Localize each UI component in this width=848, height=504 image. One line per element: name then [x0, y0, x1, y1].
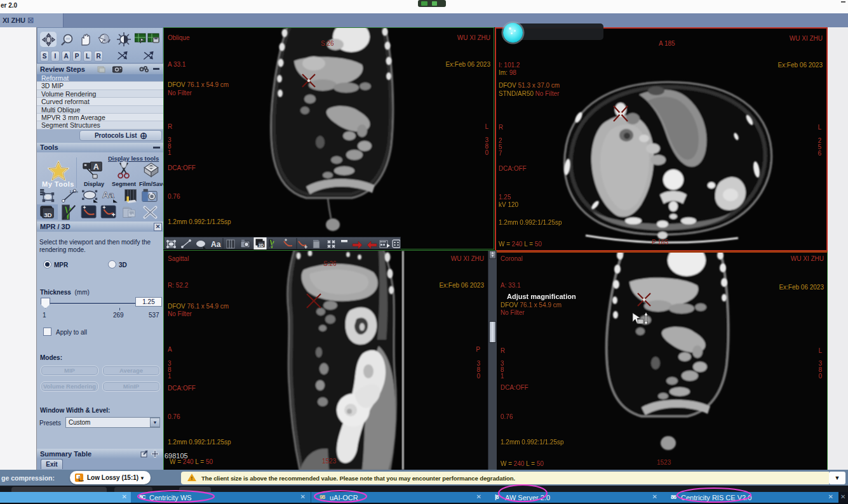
svg-text:3D: 3D: [259, 243, 264, 248]
svg-text:Aa: Aa: [102, 190, 115, 200]
svg-text:A: A: [93, 162, 99, 171]
svg-text:Aa: Aa: [211, 240, 221, 249]
svg-text:1.2cm: 1.2cm: [70, 190, 79, 194]
svg-text:3D: 3D: [44, 211, 51, 218]
